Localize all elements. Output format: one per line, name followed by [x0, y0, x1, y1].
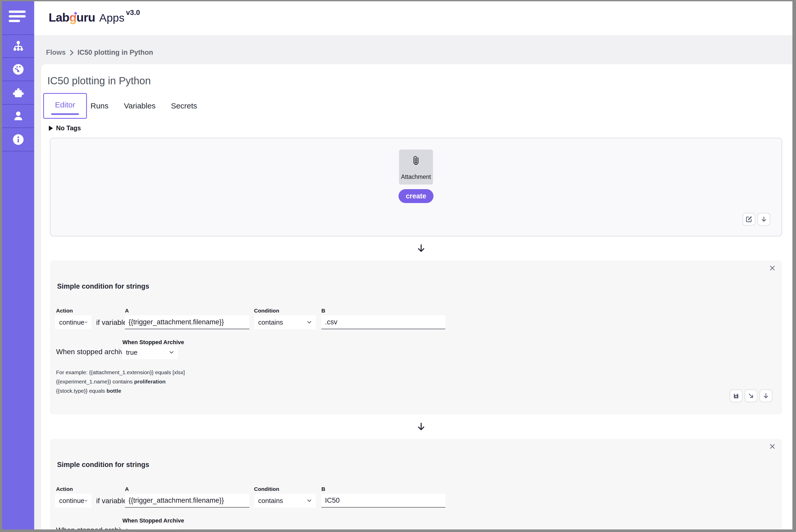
save-button[interactable]: [730, 390, 742, 402]
b-label: B: [321, 486, 325, 492]
close-icon: [769, 443, 776, 450]
examples-text: For example: {{attachment_1.extension}} …: [56, 368, 185, 396]
app-window: LabguruAppsv3.0 Flows IC50 plotting in P…: [2, 1, 792, 529]
tags-label: No Tags: [56, 125, 81, 132]
edit-button[interactable]: [742, 213, 755, 226]
close-button[interactable]: [767, 263, 777, 273]
flow-arrow-down-icon: [416, 422, 426, 432]
menu-icon: [9, 11, 26, 23]
when-stopped-archive-label: When Stopped Archive: [123, 339, 184, 346]
sidebar-item-user[interactable]: [2, 104, 34, 128]
logo-apps: Apps: [99, 12, 125, 24]
logo-version: v3.0: [126, 8, 140, 16]
if-variable-text: if variable: [96, 497, 127, 505]
save-icon: [733, 393, 739, 399]
chevron-down-icon: [307, 320, 312, 325]
breadcrumb-current: IC50 plotting in Python: [78, 49, 153, 57]
chevron-down-icon: [307, 498, 312, 504]
sidebar-item-apps[interactable]: [2, 81, 34, 104]
logo-g-gradient: g: [70, 11, 77, 24]
close-button[interactable]: [767, 441, 777, 452]
breadcrumb-flows-link[interactable]: Flows: [46, 49, 66, 57]
action-label: Action: [56, 486, 73, 492]
content-band: Flows IC50 plotting in Python IC50 plott…: [34, 35, 792, 529]
trigger-card: Attachment create: [50, 138, 782, 236]
b-input[interactable]: [321, 494, 445, 508]
if-variable-text: if variable: [96, 319, 127, 327]
info-icon: [12, 133, 24, 146]
sidebar-nav: [2, 35, 34, 151]
gauge-icon: [12, 63, 24, 76]
paperclip-icon: [411, 155, 421, 166]
flow-arrow-down-icon: [416, 243, 426, 253]
header: LabguruAppsv3.0: [34, 1, 792, 35]
puzzle-icon: [12, 87, 24, 99]
tab-runs[interactable]: Runs: [91, 101, 109, 110]
a-label: A: [125, 308, 129, 314]
close-icon: [769, 265, 776, 271]
tabs: Runs Variables Secrets: [91, 93, 212, 119]
condition-title: Simple condition for strings: [57, 461, 149, 469]
action-select[interactable]: continue: [55, 315, 92, 329]
tab-editor-underline: [51, 113, 79, 115]
page-title: IC50 plotting in Python: [47, 75, 151, 87]
a-label: A: [125, 486, 129, 492]
example-line: {{stock.type}} equals bottle: [56, 386, 185, 396]
breadcrumb: Flows IC50 plotting in Python: [46, 49, 153, 57]
a-input[interactable]: [125, 494, 249, 508]
move-down-button[interactable]: [759, 390, 772, 402]
example-line: {{experiment_1.name}} contains prolifera…: [56, 377, 185, 386]
when-stopped-archive-label: When Stopped Archive: [123, 517, 184, 524]
b-label: B: [321, 308, 325, 314]
create-button[interactable]: create: [399, 189, 433, 203]
condition-select[interactable]: contains: [254, 494, 316, 508]
arrow-down-icon: [763, 393, 769, 399]
menu-button[interactable]: [2, 1, 34, 35]
chevron-right-icon: [70, 50, 74, 56]
condition-label: Condition: [254, 486, 279, 492]
condition-select[interactable]: contains: [254, 315, 316, 329]
chevron-down-icon: [169, 349, 174, 355]
chevron-down-icon: [169, 528, 174, 529]
sidebar-item-flows[interactable]: [2, 35, 34, 58]
attachment-tile[interactable]: Attachment: [399, 150, 433, 185]
tab-secrets[interactable]: Secrets: [171, 101, 197, 110]
triangle-right-icon: [49, 126, 53, 131]
sidebar-item-dashboard[interactable]: [2, 58, 34, 81]
main-panel: IC50 plotting in Python Editor Runs Vari…: [41, 64, 792, 529]
move-down-button[interactable]: [757, 213, 770, 226]
sitemap-icon: [12, 40, 24, 53]
tab-variables[interactable]: Variables: [124, 101, 155, 110]
arrow-down-icon: [760, 216, 767, 223]
condition-card-2: Simple condition for strings Action A Co…: [50, 439, 782, 529]
condition-card-1: Simple condition for strings Action A Co…: [50, 260, 782, 415]
move-down-right-button[interactable]: [745, 390, 757, 402]
when-stopped-select[interactable]: true: [122, 524, 178, 529]
a-input[interactable]: [125, 315, 249, 329]
edit-icon: [746, 216, 752, 223]
example-line: For example: {{attachment_1.extension}} …: [56, 368, 185, 377]
condition-label: Condition: [254, 308, 279, 314]
tab-editor-label: Editor: [44, 100, 86, 109]
chevron-down-icon: [84, 498, 88, 504]
arrow-down-right-icon: [748, 393, 754, 399]
action-label: Action: [56, 308, 73, 314]
sidebar-item-info[interactable]: [2, 128, 34, 151]
trigger-actions: [742, 213, 770, 226]
b-input[interactable]: [321, 315, 445, 329]
attachment-tile-label: Attachment: [399, 173, 433, 180]
condition-actions: [730, 390, 772, 402]
when-stopped-select[interactable]: true: [122, 346, 178, 359]
user-icon: [12, 110, 24, 122]
tab-editor[interactable]: Editor: [43, 93, 87, 119]
action-select[interactable]: continue: [55, 494, 92, 508]
app-logo: LabguruAppsv3.0: [49, 8, 140, 24]
tags-expander[interactable]: No Tags: [49, 125, 81, 132]
when-stopped-question: When stopped archive?: [56, 526, 132, 529]
when-stopped-question: When stopped archive?: [56, 348, 132, 356]
condition-title: Simple condition for strings: [57, 282, 149, 290]
logo-text: Lab: [49, 11, 70, 24]
chevron-down-icon: [84, 320, 88, 325]
sidebar: [2, 1, 34, 529]
